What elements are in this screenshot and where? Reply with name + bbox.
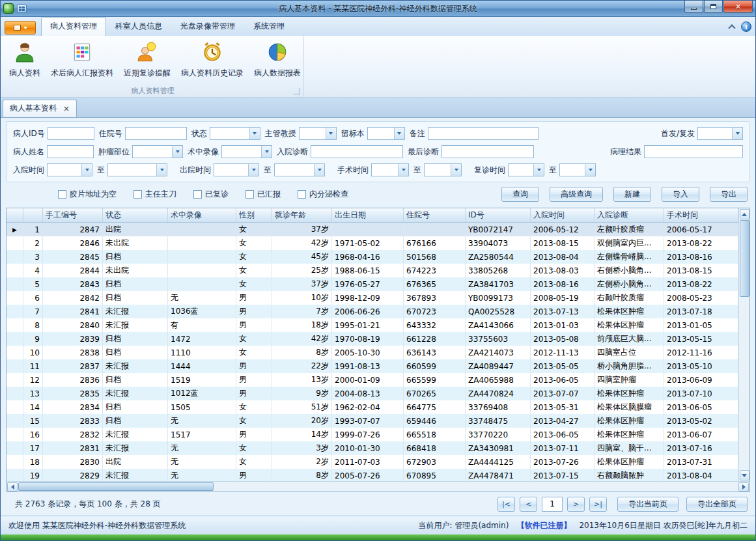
checkbox-reported[interactable]: 已汇报 [245, 189, 281, 200]
discharge-time-from-combo-input[interactable] [214, 164, 248, 176]
column-header-birth-date[interactable]: 出生日期 [332, 208, 404, 222]
tab-close-icon[interactable]: × [63, 105, 70, 113]
revisit-time-to-dropdown-icon[interactable] [585, 164, 595, 176]
table-row-16[interactable]: 162832未汇报1517男14岁1999-07-266655183377022… [7, 428, 738, 441]
checkbox-box-icon[interactable] [58, 190, 66, 199]
export-button[interactable]: 导出 [710, 187, 748, 202]
column-header-id-no[interactable]: ID号 [466, 208, 531, 222]
first-or-recurrent-combo-input[interactable] [698, 128, 732, 139]
ribbon-button-reminder[interactable]: 近期复诊提醒 [119, 38, 175, 81]
advanced-query-button[interactable]: 高级查询 [550, 187, 603, 202]
ribbon-tab-4[interactable]: 系统管理 [244, 17, 294, 36]
first-or-recurrent-combo[interactable] [697, 127, 743, 140]
checkbox-chief-surgeon[interactable]: 主任主刀 [133, 189, 176, 200]
admit-time-from-combo-input[interactable] [48, 164, 81, 176]
table-row-12[interactable]: 122836归档1519男13岁2000-01-09665599ZA406598… [7, 373, 738, 387]
checkbox-endocrine-exam[interactable]: 内分泌检查 [298, 189, 348, 200]
remark-input[interactable] [428, 127, 539, 140]
last-page-button[interactable]: >| [589, 497, 607, 512]
admit-time-to-combo[interactable] [107, 163, 167, 176]
close-button[interactable]: ✕ [723, 1, 753, 13]
import-button[interactable]: 导入 [662, 187, 699, 202]
revisit-time-to-combo-input[interactable] [560, 164, 585, 176]
chief-professor-combo[interactable] [299, 127, 337, 140]
discharge-time-from-dropdown-icon[interactable] [248, 164, 259, 176]
help-info-icon[interactable]: i [741, 21, 751, 32]
surgery-time-to-dropdown-icon[interactable] [451, 164, 461, 176]
table-row-19[interactable]: 192829未汇报无男8岁2005-07-26670895ZA447847120… [7, 469, 738, 481]
column-header-admit-date[interactable]: 入院时间 [531, 208, 595, 222]
patient-id-input[interactable] [48, 127, 94, 140]
scroll-left-icon[interactable] [7, 482, 18, 492]
quick-access-icon[interactable] [17, 5, 27, 13]
tumor-site-dropdown-icon[interactable] [172, 146, 182, 158]
admission-no-input[interactable] [125, 127, 187, 140]
column-header-admission-no[interactable]: 住院号 [404, 208, 466, 222]
ribbon-button-history[interactable]: 病人资料历史记录 [176, 38, 248, 81]
horizontal-scroll-thumb[interactable] [18, 482, 214, 491]
surgery-video-dropdown-icon[interactable] [261, 146, 272, 158]
prev-page-button[interactable]: < [520, 497, 537, 512]
column-header-admit-diagnosis[interactable]: 入院诊断 [595, 208, 664, 222]
table-row-9[interactable]: 92839归档1472女42岁1970-08-19661228337556032… [7, 332, 738, 346]
maximize-button[interactable] [704, 1, 723, 13]
revisit-time-from-combo[interactable] [508, 163, 544, 176]
table-row-18[interactable]: 182830出院无女2岁2011-07-03672903ZA4444125201… [7, 455, 738, 469]
scroll-up-icon[interactable] [740, 209, 749, 219]
table-row-11[interactable]: 112837未汇报1444男22岁1991-08-13660599ZA40894… [7, 359, 738, 373]
checkbox-box-icon[interactable] [133, 190, 142, 199]
ribbon-tab-3[interactable]: 光盘录像带管理 [171, 17, 244, 36]
table-row-2[interactable]: 22846未出院女42岁1971-05-02676166339040732013… [7, 236, 738, 250]
table-row-5[interactable]: 52843归档女37岁1976-05-27676365ZA38417032013… [7, 277, 738, 291]
column-header-surgery-video[interactable]: 术中录像 [168, 208, 236, 222]
tumor-site-combo-input[interactable] [133, 146, 172, 158]
column-header-age[interactable]: 就诊年龄 [272, 208, 332, 222]
checkbox-box-icon[interactable] [193, 190, 202, 199]
table-row-13[interactable]: 132835未汇报1012蓝男9岁2004-08-13670265ZA44708… [7, 387, 738, 400]
table-row-1[interactable]: ▶12847出院女37岁YB00721472006-05-12左额叶胶质瘤200… [7, 223, 738, 236]
status-combo[interactable] [210, 127, 260, 140]
discharge-time-to-dropdown-icon[interactable] [314, 164, 324, 176]
checkbox-film-address-empty[interactable]: 胶片地址为空 [58, 189, 117, 200]
chief-professor-combo-input[interactable] [300, 128, 326, 139]
column-header-gender[interactable]: 性别 [236, 208, 272, 222]
final-diagnosis-input[interactable] [441, 145, 534, 158]
specimen-combo-input[interactable] [368, 128, 394, 139]
export-all-pages-button[interactable]: 导出全部页 [686, 497, 748, 512]
group-dialog-launcher-icon[interactable] [294, 88, 300, 94]
ribbon-button-chart[interactable]: 病人数据报表 [249, 38, 305, 81]
pathology-result-input[interactable] [644, 145, 743, 158]
surgery-time-from-combo[interactable] [371, 163, 409, 176]
new-button[interactable]: 新建 [613, 187, 651, 202]
table-row-4[interactable]: 42844未出院女25岁1988-06-15674223338052682013… [7, 264, 738, 277]
app-menu-button[interactable] [5, 21, 36, 35]
surgery-time-from-dropdown-icon[interactable] [398, 164, 408, 176]
revisit-time-from-dropdown-icon[interactable] [533, 164, 544, 176]
specimen-combo[interactable] [367, 127, 405, 140]
scroll-right-icon[interactable] [738, 482, 749, 492]
tab-patient-basic-info[interactable]: 病人基本资料 × [3, 100, 77, 117]
admit-time-from-dropdown-icon[interactable] [81, 164, 92, 176]
specimen-dropdown-icon[interactable] [394, 128, 404, 139]
first-or-recurrent-dropdown-icon[interactable] [732, 128, 742, 139]
ribbon-button-report[interactable]: 术后病人汇报资料 [46, 38, 118, 81]
vertical-scroll-thumb[interactable] [740, 220, 749, 297]
chief-professor-dropdown-icon[interactable] [326, 128, 336, 139]
page-number-input[interactable] [542, 497, 563, 512]
table-row-15[interactable]: 152833归档无女20岁1993-07-0765944633748475201… [7, 414, 738, 428]
query-button[interactable]: 查询 [501, 187, 539, 202]
table-row-6[interactable]: 62842归档无男10岁1998-12-09367893YB0099173200… [7, 291, 738, 305]
surgery-video-combo[interactable] [221, 145, 272, 158]
table-row-10[interactable]: 102838归档1110女8岁2005-10-30636143ZA4214073… [7, 346, 738, 359]
column-header-manual-no[interactable]: 手工编号 [43, 208, 103, 222]
checkbox-box-icon[interactable] [245, 190, 254, 199]
collapse-ribbon-icon[interactable] [728, 24, 735, 31]
horizontal-scrollbar[interactable] [7, 481, 749, 492]
export-current-page-button[interactable]: 导出当前页 [617, 497, 679, 512]
column-header-surgery-date[interactable]: 手术时间 [664, 208, 738, 222]
ribbon-tab-1[interactable]: 病人资料管理 [41, 17, 106, 36]
checkbox-box-icon[interactable] [298, 190, 306, 199]
checkbox-revisited[interactable]: 已复诊 [193, 189, 229, 200]
tumor-site-combo[interactable] [132, 145, 183, 158]
column-header-status[interactable]: 状态 [103, 208, 168, 222]
